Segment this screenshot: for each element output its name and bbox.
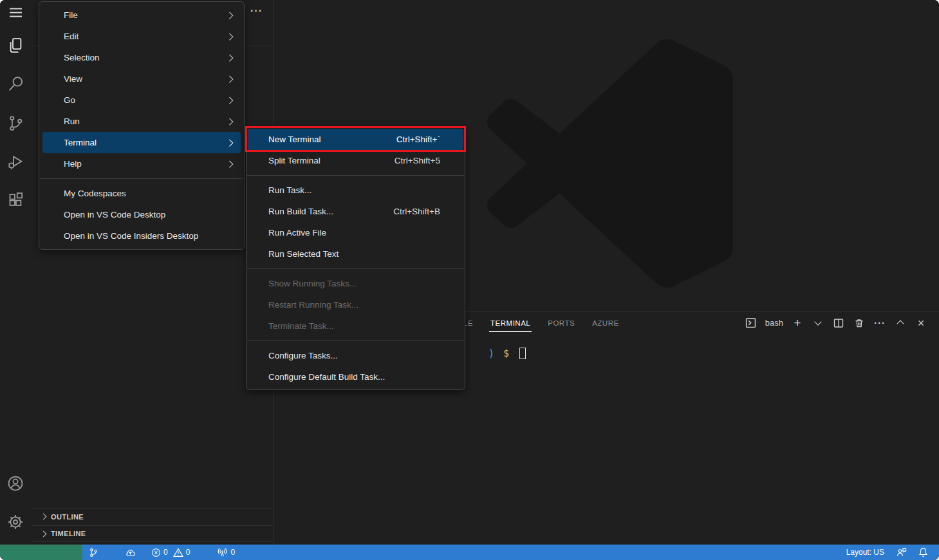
- panel-more-actions-button[interactable]: ···: [873, 317, 886, 330]
- submenu-item-run-selected-text[interactable]: Run Selected Text: [248, 243, 463, 265]
- search-icon: [7, 75, 24, 95]
- notifications-button[interactable]: [914, 545, 933, 560]
- ports-status-item[interactable]: 0: [212, 545, 239, 560]
- debug-icon: [6, 153, 24, 173]
- menu-item-selection[interactable]: Selection: [42, 47, 241, 68]
- layout-indicator[interactable]: Layout: US: [842, 545, 889, 560]
- error-count: 0: [163, 548, 168, 557]
- terminal-content[interactable]: ) $: [488, 348, 526, 359]
- views-and-more-actions-button[interactable]: ···: [250, 5, 263, 17]
- submenu-item-configure-tasks[interactable]: Configure Tasks...: [248, 345, 463, 366]
- terminal-shell-label[interactable]: bash: [765, 317, 783, 330]
- chevron-right-icon: [226, 118, 233, 125]
- submenu-item-split-terminal[interactable]: Split Terminal Ctrl+Shift+5: [248, 150, 463, 171]
- split-terminal-button[interactable]: [832, 317, 845, 330]
- menu-item-go[interactable]: Go: [42, 89, 241, 111]
- panel-tab-azure[interactable]: AZURE: [592, 319, 618, 327]
- menu-separator: [247, 341, 464, 341]
- keybinding-label: Ctrl+Shift+`: [396, 135, 440, 144]
- launch-profile-dropdown[interactable]: [812, 317, 824, 330]
- problems-status-item[interactable]: 0 0: [147, 545, 194, 560]
- submenu-item-label: Restart Running Task...: [268, 300, 358, 310]
- menu-item-my-codespaces[interactable]: My Codespaces: [42, 183, 241, 204]
- section-label: OUTLINE: [51, 513, 84, 521]
- application-menu: File Edit Selection View Go Run Terminal…: [39, 1, 245, 250]
- close-icon: ×: [918, 317, 925, 329]
- branch-status-item[interactable]: [84, 545, 103, 560]
- bell-icon: [918, 547, 928, 557]
- account-button[interactable]: [0, 474, 31, 496]
- submenu-item-run-active-file[interactable]: Run Active File: [248, 222, 463, 243]
- submenu-item-terminate-task: Terminate Task...: [248, 315, 463, 337]
- menu-item-label: Run: [64, 117, 80, 126]
- warning-icon: [173, 548, 183, 557]
- keybinding-label: Ctrl+Shift+5: [395, 156, 440, 165]
- application-menu-button[interactable]: [0, 3, 31, 24]
- submenu-item-label: Run Selected Text: [268, 249, 339, 259]
- menu-item-label: Edit: [64, 32, 79, 41]
- menu-item-help[interactable]: Help: [42, 153, 241, 174]
- close-panel-button[interactable]: ×: [915, 317, 927, 330]
- chevron-right-icon: [226, 160, 233, 167]
- chevron-up-icon: [897, 320, 904, 327]
- sidebar-item-extensions[interactable]: [0, 191, 31, 212]
- trash-icon: [854, 318, 864, 328]
- source-control-icon: [7, 115, 24, 135]
- terminal-submenu: New Terminal Ctrl+Shift+` Split Terminal…: [246, 126, 465, 390]
- menu-item-label: File: [64, 10, 78, 20]
- gear-icon: [6, 513, 24, 534]
- layout-label: Layout: US: [846, 548, 884, 557]
- submenu-item-new-terminal[interactable]: New Terminal Ctrl+Shift+`: [248, 129, 463, 150]
- activity-bar: [0, 0, 31, 545]
- sidebar-item-source-control[interactable]: [0, 113, 31, 135]
- radio-tower-icon: [217, 547, 228, 557]
- sidebar-section-timeline[interactable]: TIMELINE: [31, 525, 273, 542]
- warning-count: 0: [186, 548, 191, 557]
- feedback-button[interactable]: [891, 545, 911, 560]
- menu-item-run[interactable]: Run: [42, 111, 241, 132]
- menu-item-open-vscode-desktop[interactable]: Open in VS Code Desktop: [42, 204, 241, 225]
- submenu-item-run-task[interactable]: Run Task...: [248, 180, 463, 201]
- menu-item-label: Selection: [64, 53, 100, 62]
- menu-item-open-vscode-insiders-desktop[interactable]: Open in VS Code Insiders Desktop: [42, 225, 241, 247]
- menu-item-terminal[interactable]: Terminal: [42, 132, 241, 153]
- broadcast-count: 0: [230, 548, 235, 557]
- cloud-status-item[interactable]: [120, 545, 140, 560]
- submenu-item-label: Show Running Tasks...: [268, 279, 357, 288]
- menu-separator: [247, 268, 464, 269]
- submenu-item-label: Configure Default Build Task...: [268, 372, 385, 382]
- submenu-item-label: Configure Tasks...: [268, 351, 338, 360]
- chevron-right-icon: [41, 530, 47, 537]
- menu-item-file[interactable]: File: [42, 5, 241, 26]
- chevron-right-icon: [41, 514, 47, 520]
- maximize-panel-button[interactable]: [894, 317, 907, 330]
- menu-item-view[interactable]: View: [42, 68, 241, 89]
- more-actions-icon: ···: [250, 5, 263, 16]
- sidebar-item-run-debug[interactable]: [0, 152, 31, 174]
- submenu-item-configure-default-build-task[interactable]: Configure Default Build Task...: [248, 366, 463, 387]
- sidebar-item-explorer[interactable]: [0, 35, 31, 57]
- sidebar-section-outline[interactable]: OUTLINE: [31, 508, 273, 525]
- settings-button[interactable]: [0, 512, 31, 534]
- menu-item-edit[interactable]: Edit: [42, 26, 241, 47]
- section-label: TIMELINE: [51, 530, 86, 537]
- prompt-dollar: $: [503, 348, 509, 359]
- extensions-icon: [7, 192, 24, 212]
- prompt-paren: ): [488, 348, 494, 359]
- submenu-item-run-build-task[interactable]: Run Build Task... Ctrl+Shift+B: [248, 201, 463, 222]
- submenu-item-label: Run Build Task...: [268, 207, 333, 216]
- plus-icon: +: [794, 317, 801, 329]
- chevron-right-icon: [226, 54, 233, 61]
- account-icon: [6, 474, 24, 495]
- panel-tab-terminal[interactable]: TERMINAL: [490, 319, 530, 327]
- chevron-down-icon: [814, 318, 821, 325]
- kill-terminal-button[interactable]: [853, 317, 866, 330]
- new-terminal-button[interactable]: +: [791, 317, 804, 330]
- remote-indicator[interactable]: [0, 545, 82, 560]
- panel-tab-ports[interactable]: PORTS: [548, 319, 575, 327]
- error-icon: [151, 548, 161, 557]
- chevron-right-icon: [226, 97, 233, 104]
- menu-item-label: My Codespaces: [64, 189, 126, 198]
- sidebar-item-search[interactable]: [0, 74, 31, 96]
- submenu-item-label: Run Active File: [268, 228, 326, 238]
